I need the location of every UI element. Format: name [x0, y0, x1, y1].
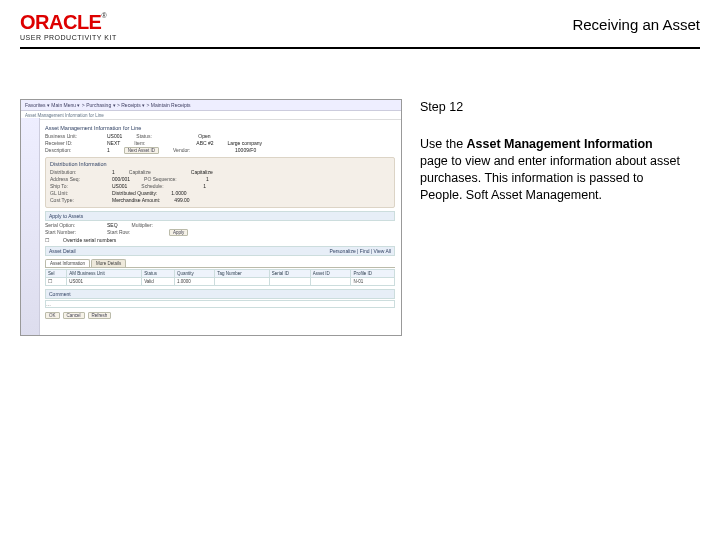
- ss-desc-label: Description:: [45, 147, 93, 154]
- ss-serop-value: SEQ: [107, 222, 118, 228]
- ss-addr-value: 000/001: [112, 176, 130, 182]
- instr-bold: Asset Management Information: [467, 137, 653, 151]
- ss-refresh-button[interactable]: Refresh: [88, 312, 112, 319]
- th-bu: AM Business Unit: [67, 270, 142, 278]
- td-status: Valid: [142, 278, 175, 286]
- ss-status-label: Status:: [136, 133, 184, 139]
- ss-bu-label: Business Unit:: [45, 133, 93, 139]
- ss-override-check[interactable]: ☐: [45, 237, 49, 243]
- page-title: Receiving an Asset: [572, 16, 700, 33]
- logo-tm: ®: [101, 12, 106, 19]
- ss-serop-label: Serial Option:: [45, 222, 93, 228]
- app-screenshot: Favorites ▾ Main Menu ▾ > Purchasing ▾ >…: [20, 99, 402, 336]
- ss-status-value: Open: [198, 133, 210, 139]
- ss-amt-value: 499.00: [174, 197, 189, 203]
- ss-asset-table: Sel AM Business Unit Status Quantity Tag…: [45, 269, 395, 286]
- ss-qty-label: Distributed Quantity:: [112, 190, 157, 196]
- ss-dist-value: 1: [112, 169, 115, 175]
- header-bar: ORACLE® USER PRODUCTIVITY KIT Receiving …: [20, 12, 700, 49]
- ss-breadcrumb: Asset Management Information for Line: [21, 111, 401, 120]
- ss-ship-value: US001: [112, 183, 127, 189]
- ss-detail-heading: Asset Detail Personalize | Find | View A…: [45, 246, 395, 256]
- ss-dist-label: Distribution:: [50, 169, 98, 175]
- ss-detail-heading-text: Asset Detail: [49, 248, 76, 254]
- ss-item-value: ABC #2: [196, 140, 213, 146]
- th-status: Status: [142, 270, 175, 278]
- ss-desc-value: 1: [107, 147, 110, 154]
- ss-bu-value: US001: [107, 133, 122, 139]
- ss-tabs: Asset Information More Details: [45, 259, 395, 268]
- oracle-logo: ORACLE® USER PRODUCTIVITY KIT: [20, 12, 117, 41]
- td-qty: 1.0000: [174, 278, 214, 286]
- ss-addr-label: Address Seq:: [50, 176, 98, 182]
- ss-tab-asset-info[interactable]: Asset Information: [45, 259, 90, 267]
- table-header-row: Sel AM Business Unit Status Quantity Tag…: [46, 270, 395, 278]
- ss-distribution-box: Distribution Information Distribution: 1…: [45, 157, 395, 208]
- th-qty: Quantity: [174, 270, 214, 278]
- ss-cap-value: Capitalize: [191, 169, 213, 175]
- ss-comment-heading[interactable]: Comment: [45, 289, 395, 299]
- th-profile: Profile ID: [351, 270, 395, 278]
- logo-text: ORACLE: [20, 11, 101, 33]
- ss-sch-label: Schedule:: [141, 183, 189, 189]
- logo-subtitle: USER PRODUCTIVITY KIT: [20, 34, 117, 41]
- ss-large-company: Large company: [228, 140, 262, 146]
- table-row[interactable]: ☐ US001 Valid 1.0000 N-01: [46, 278, 395, 286]
- instr-post: page to view and enter information about…: [420, 154, 680, 202]
- ss-fin-value: 1: [206, 176, 209, 182]
- ss-gl-label: GL Unit:: [50, 190, 98, 196]
- ss-apply-button[interactable]: Apply: [169, 229, 188, 236]
- ss-cost-label: Cost Type:: [50, 197, 98, 203]
- ss-section-heading: Asset Management Information for Line: [45, 125, 395, 131]
- ss-start-label: Start Number:: [45, 229, 93, 236]
- ss-body: Asset Management Information for Line Bu…: [39, 120, 401, 322]
- instruction-text: Use the Asset Management Information pag…: [420, 136, 680, 204]
- ss-startrow-label: Start Row:: [107, 229, 155, 236]
- ss-next-asset-button[interactable]: Next Asset ID: [124, 147, 159, 154]
- ss-override-label: Override serial numbers: [63, 237, 116, 243]
- ss-recv-value: NEXT: [107, 140, 120, 146]
- ss-left-gutter: [21, 118, 40, 335]
- ss-dist-heading: Distribution Information: [50, 161, 390, 167]
- th-sel: Sel: [46, 270, 67, 278]
- ss-cancel-button[interactable]: Cancel: [63, 312, 85, 319]
- instruction-panel: Step 12 Use the Asset Management Informa…: [420, 99, 680, 336]
- ss-topnav: Favorites ▾ Main Menu ▾ > Purchasing ▾ >…: [21, 100, 401, 111]
- td-bu: US001: [67, 278, 142, 286]
- ss-view-links[interactable]: Personalize | Find | View All: [330, 248, 391, 254]
- slide: ORACLE® USER PRODUCTIVITY KIT Receiving …: [0, 0, 720, 540]
- ss-recv-label: Receiver ID:: [45, 140, 93, 146]
- td-profile: N-01: [351, 278, 395, 286]
- ss-comment-body[interactable]: …: [45, 300, 395, 308]
- ss-savebar: OK Cancel Refresh: [45, 312, 395, 319]
- ss-sch-value: 1: [203, 183, 206, 189]
- th-serial: Serial ID: [269, 270, 310, 278]
- ss-ok-button[interactable]: OK: [45, 312, 60, 319]
- ss-multi-label: Multiplier:: [132, 222, 180, 228]
- ss-cap-label: Capitalize: [129, 169, 177, 175]
- td-serial: [269, 278, 310, 286]
- td-tag: [215, 278, 270, 286]
- ss-vendor-label: Vendor:: [173, 147, 221, 154]
- td-sel[interactable]: ☐: [46, 278, 67, 286]
- instr-pre: Use the: [420, 137, 467, 151]
- step-label: Step 12: [420, 99, 680, 116]
- td-assetid: [310, 278, 351, 286]
- th-tag: Tag Number: [215, 270, 270, 278]
- ss-item-label: Item:: [134, 140, 182, 146]
- ss-tab-more-details[interactable]: More Details: [91, 259, 126, 267]
- ss-fin-label: PO Sequence:: [144, 176, 192, 182]
- ss-apply-heading: Apply to Assets: [45, 211, 395, 221]
- ss-ship-label: Ship To:: [50, 183, 98, 189]
- ss-vendor-value: 10009/F0: [235, 147, 256, 154]
- ss-amt-label: Merchandise Amount:: [112, 197, 160, 203]
- ss-qty-value: 1.0000: [171, 190, 186, 196]
- th-assetid: Asset ID: [310, 270, 351, 278]
- content-row: Favorites ▾ Main Menu ▾ > Purchasing ▾ >…: [20, 99, 700, 336]
